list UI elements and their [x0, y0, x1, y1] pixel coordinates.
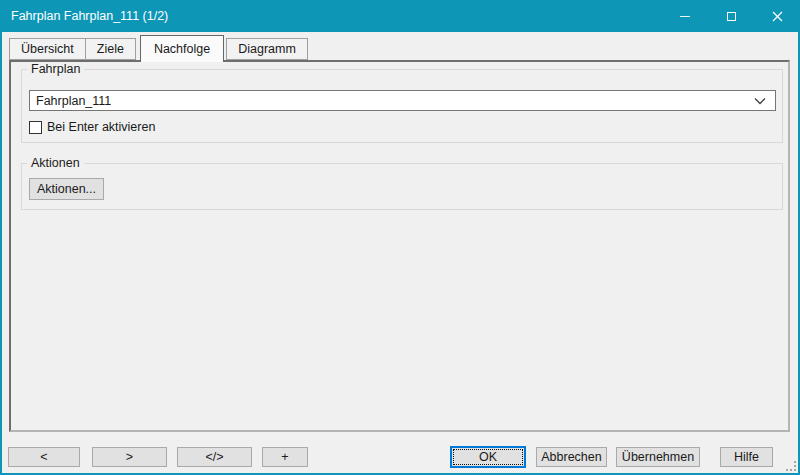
checkbox-label: Bei Enter aktivieren — [47, 120, 155, 134]
minimize-button[interactable] — [662, 0, 708, 32]
tab-label: Ziele — [97, 42, 124, 56]
ok-button[interactable]: OK — [450, 446, 526, 468]
maximize-button[interactable] — [708, 0, 754, 32]
fahrplan-combobox[interactable]: Fahrplan_111 — [29, 90, 776, 111]
maximize-icon — [727, 12, 736, 21]
minimize-icon — [680, 16, 690, 17]
aktionen-button[interactable]: Aktionen... — [29, 178, 104, 200]
tab-bar: Übersicht Ziele Nachfolge Diagramm — [9, 35, 308, 62]
dialog-window: Fahrplan Fahrplan_111 (1/2) Übersicht Zi… — [0, 0, 800, 475]
help-button[interactable]: Hilfe — [720, 447, 773, 467]
resize-grip[interactable] — [785, 460, 797, 472]
tab-ziele[interactable]: Ziele — [85, 38, 136, 60]
window-title: Fahrplan Fahrplan_111 (1/2) — [0, 9, 168, 23]
fahrplan-combobox-value: Fahrplan_111 — [30, 94, 754, 108]
prev-button[interactable]: < — [8, 447, 80, 467]
tab-label: Übersicht — [21, 42, 74, 56]
tab-panel: Fahrplan Fahrplan_111 Bei Enter aktivier… — [9, 60, 790, 432]
tab-diagramm[interactable]: Diagramm — [226, 38, 308, 60]
caption-buttons — [662, 0, 800, 32]
close-icon — [772, 11, 783, 22]
apply-button[interactable]: Übernehmen — [616, 447, 700, 467]
tab-label: Nachfolge — [154, 42, 210, 56]
checkbox-box-icon — [29, 121, 42, 134]
titlebar[interactable]: Fahrplan Fahrplan_111 (1/2) — [0, 0, 800, 32]
cancel-button[interactable]: Abbrechen — [536, 447, 607, 467]
aktionen-group: Aktionen Aktionen... — [21, 163, 783, 210]
fahrplan-group: Fahrplan Fahrplan_111 Bei Enter aktivier… — [21, 69, 783, 143]
aktionen-group-label: Aktionen — [27, 156, 84, 171]
chevron-down-icon — [754, 97, 766, 105]
close-button[interactable] — [754, 0, 800, 32]
fahrplan-group-label: Fahrplan — [27, 62, 84, 77]
enter-activate-checkbox[interactable]: Bei Enter aktivieren — [29, 120, 155, 134]
add-button[interactable]: + — [262, 447, 308, 467]
tab-nachfolge[interactable]: Nachfolge — [140, 35, 224, 62]
prev-next-button[interactable]: </> — [177, 447, 252, 467]
tab-label: Diagramm — [238, 42, 296, 56]
next-button[interactable]: > — [92, 447, 167, 467]
tab-uebersicht[interactable]: Übersicht — [9, 38, 86, 60]
